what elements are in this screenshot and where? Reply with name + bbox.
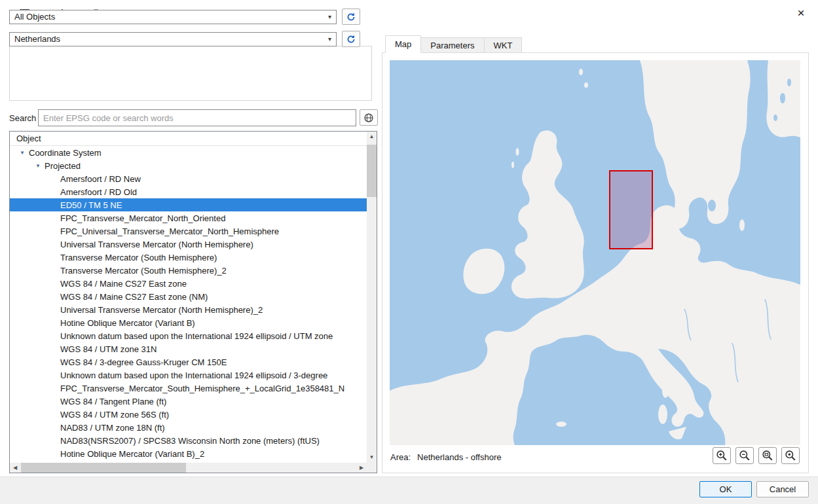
tree-item[interactable]: NAD83 / UTM zone 18N (ft) <box>10 421 367 434</box>
object-filter-dropdown[interactable]: All Objects ▾ <box>9 10 337 24</box>
dialog-footer: OK Cancel <box>0 477 818 504</box>
tree-item[interactable]: FPC_Universal_Transverse_Mercator_North_… <box>10 225 367 238</box>
vertical-scroll-thumb[interactable] <box>367 145 377 197</box>
tree-item-label: NAD83(NSRS2007) / SPCS83 Wisconsin North… <box>60 436 320 446</box>
tree-item-label: Amersfoort / RD Old <box>60 187 137 197</box>
vertical-scrollbar[interactable]: ▲ ▼ <box>367 132 377 463</box>
region-filter-value: Netherlands <box>14 34 60 44</box>
zoom-extents-icon <box>785 450 796 461</box>
land-island <box>662 384 669 398</box>
map-svg <box>390 60 800 445</box>
zoom-in-icon <box>716 450 728 461</box>
tree-item[interactable]: NAD83(NSRS2007) / SPCS83 Wisconsin North… <box>10 434 367 447</box>
expand-arrow-icon[interactable]: ▾ <box>33 162 43 169</box>
object-filter-value: All Objects <box>14 12 55 22</box>
reset-icon <box>346 12 356 22</box>
area-label: Area: <box>390 452 411 462</box>
land-island <box>683 243 692 251</box>
tree-item-label: WGS 84 / Maine CS27 East zone <box>60 279 187 289</box>
zoom-out-button[interactable] <box>735 447 754 464</box>
globe-icon <box>363 113 374 123</box>
tree-item-label: WGS 84 / Tangent Plane (ft) <box>60 397 166 406</box>
close-icon: × <box>797 6 804 20</box>
tree-item-label: Universal Transverse Mercator (North Hem… <box>60 305 263 315</box>
tree-node-coordinate-system[interactable]: ▾ Coordinate System <box>10 146 367 159</box>
tree-item[interactable]: Unknown datum based upon the Internation… <box>10 329 367 342</box>
area-row: Area:Netherlands - offshore <box>390 452 501 462</box>
tree-node-projected[interactable]: ▾ Projected <box>10 159 367 172</box>
zoom-extents-button[interactable] <box>781 447 800 464</box>
tree-item[interactable]: Universal Transverse Mercator (North Hem… <box>10 238 367 251</box>
expand-arrow-icon[interactable]: ▾ <box>18 149 27 156</box>
tree-item-label: Amersfoort / RD New <box>60 174 141 184</box>
land-island <box>658 405 667 424</box>
tree-rows: ▾ Coordinate System ▾ Projected Amersfoo… <box>10 146 367 463</box>
horizontal-scrollbar[interactable]: ◀ ▶ <box>10 463 367 473</box>
tree-column-header[interactable]: Object <box>10 132 367 146</box>
tree-item[interactable]: Unknown datum based upon the Internation… <box>10 369 367 382</box>
chevron-down-icon: ▾ <box>328 13 331 20</box>
region-filter-dropdown[interactable]: Netherlands ▾ <box>9 32 337 46</box>
area-value: Netherlands - offshore <box>417 452 501 462</box>
tab-wkt[interactable]: WKT <box>484 37 523 53</box>
globe-search-button[interactable] <box>360 109 378 126</box>
scroll-right-icon[interactable]: ▶ <box>356 463 367 473</box>
tree-item-label: Unknown datum based upon the Internation… <box>60 370 327 380</box>
search-label: Search <box>9 113 36 123</box>
tree-item[interactable]: Transverse Mercator (South Hemisphere) <box>10 251 367 264</box>
tab-map[interactable]: Map <box>385 35 421 53</box>
tree-item[interactable]: Transverse Mercator (South Hemisphere)_2 <box>10 264 367 277</box>
search-input[interactable] <box>38 109 356 126</box>
tree-node-label: Projected <box>45 161 81 171</box>
cancel-button[interactable]: Cancel <box>756 481 809 497</box>
tree-item-label: FPC_Transverse_Mercator_South_Hemisphere… <box>60 384 344 393</box>
tree-item-label: Transverse Mercator (South Hemisphere)_2 <box>60 266 227 276</box>
tree-item[interactable]: FPC_Transverse_Mercator_North_Oriented <box>10 211 367 225</box>
tab-parameters[interactable]: Parameters <box>420 37 484 53</box>
tree-item-label: WGS 84 / 3-degree Gauss-Kruger CM 150E <box>60 357 227 367</box>
tree-item[interactable]: Universal Transverse Mercator (North Hem… <box>10 303 367 316</box>
scrollbar-corner <box>367 463 377 473</box>
map-view[interactable] <box>390 60 800 445</box>
tree-item-selected[interactable]: ED50 / TM 5 NE <box>10 198 367 211</box>
coordinate-system-tree: Object ▾ Coordinate System ▾ Projected A… <box>9 131 377 473</box>
horizontal-scroll-thumb[interactable] <box>21 463 186 473</box>
reset-object-filter-button[interactable] <box>342 9 360 25</box>
ok-button[interactable]: OK <box>699 481 752 497</box>
tree-item[interactable]: WGS 84 / UTM zone 31N <box>10 342 367 355</box>
tree-item-label: Transverse Mercator (South Hemisphere) <box>60 253 217 262</box>
zoom-out-icon <box>739 450 751 461</box>
tree-item-label: Universal Transverse Mercator (North Hem… <box>60 240 253 249</box>
tree-item[interactable]: Amersfoort / RD New <box>10 172 367 185</box>
tree-item-label: WGS 84 / UTM zone 31N <box>60 344 157 354</box>
zoom-window-button[interactable] <box>758 447 777 464</box>
tree-item[interactable]: WGS 84 / Maine CS27 East zone <box>10 277 367 290</box>
scroll-down-icon[interactable]: ▼ <box>367 452 377 463</box>
zoom-in-button[interactable] <box>713 447 731 464</box>
tree-item[interactable]: Hotine Oblique Mercator (Variant B)_2 <box>10 447 367 460</box>
close-button[interactable]: × <box>793 5 809 21</box>
filtering-groupbox <box>9 46 372 101</box>
zoom-toolbar <box>713 447 800 464</box>
scroll-left-icon[interactable]: ◀ <box>10 463 20 473</box>
map-tab-page: Area:Netherlands - offshore <box>382 52 809 473</box>
land-island <box>556 422 567 427</box>
reset-icon <box>346 34 356 45</box>
extent-area <box>610 171 652 249</box>
tree-item[interactable]: Amersfoort / RD Old <box>10 185 367 198</box>
tree-item-label: Hotine Oblique Mercator (Variant B)_2 <box>60 449 204 459</box>
reset-region-filter-button[interactable] <box>342 31 360 47</box>
scroll-up-icon[interactable]: ▲ <box>367 132 377 142</box>
tree-item-label: ED50 / TM 5 NE <box>60 200 122 210</box>
tree-item[interactable]: WGS 84 / UTM zone 56S (ft) <box>10 408 367 421</box>
land-island <box>677 247 682 252</box>
land-island <box>584 82 588 88</box>
tree-item[interactable]: FPC_Transverse_Mercator_South_Hemisphere… <box>10 382 367 395</box>
tree-item[interactable]: WGS 84 / Tangent Plane (ft) <box>10 395 367 408</box>
tree-node-label: Coordinate System <box>29 148 102 158</box>
tree-item[interactable]: WGS 84 / 3-degree Gauss-Kruger CM 150E <box>10 355 367 369</box>
tree-item-label: WGS 84 / UTM zone 56S (ft) <box>60 410 169 420</box>
tree-item[interactable]: Hotine Oblique Mercator (Variant B) <box>10 316 367 329</box>
land-island <box>739 219 745 231</box>
tree-item[interactable]: WGS 84 / Maine CS27 East zone (NM) <box>10 290 367 303</box>
